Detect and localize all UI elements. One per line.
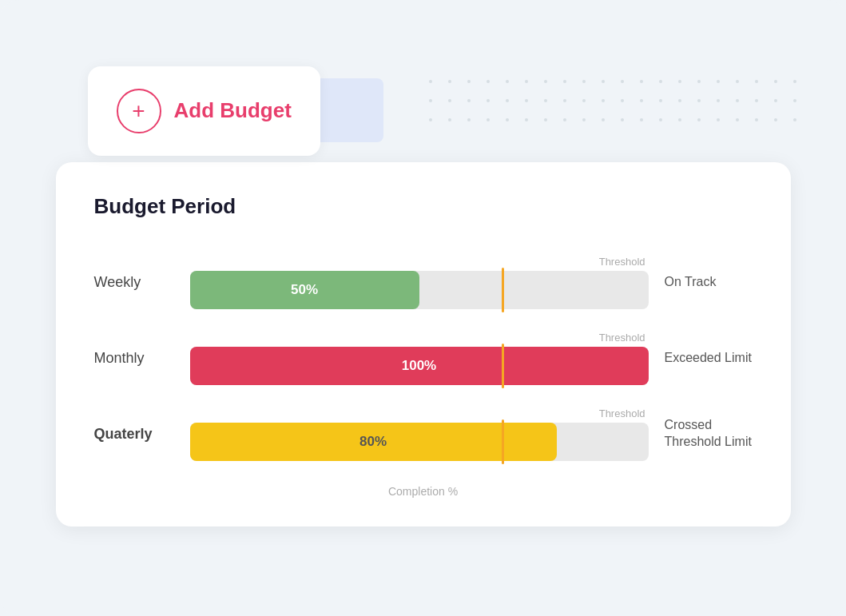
dot [736,99,739,102]
dot [429,80,432,83]
threshold-label-monthly: Threshold [190,332,649,344]
dot [774,118,777,121]
threshold-marker-weekly [502,268,504,312]
card-title: Budget Period [94,194,753,219]
budget-row-weekly[interactable]: WeeklyThreshold50%On Track [94,244,753,320]
dot [659,99,662,102]
dot [544,118,547,121]
dot [525,99,528,102]
dot [640,99,643,102]
dot [678,80,681,83]
budget-rows: WeeklyThreshold50%On TrackMonthlyThresho… [94,244,753,472]
dot [448,118,451,121]
add-budget-card[interactable]: + Add Budget [88,66,320,156]
dot [582,80,586,83]
dot [448,80,451,83]
add-budget-icon: + [117,89,161,133]
dot [582,99,586,102]
dot [774,99,777,102]
dot [563,118,566,121]
dot [525,118,528,121]
bar-track-weekly: 50% [190,271,649,309]
content-area: + Add Budget Budget Period WeeklyThresho… [56,90,791,527]
row-label-monthly: Monthly [94,350,174,367]
dot [697,80,701,83]
dot [793,118,796,121]
dot [678,99,681,102]
dot [544,99,547,102]
dot [487,99,490,102]
dot [467,99,471,102]
bar-section-weekly: Threshold50% [190,256,649,309]
bar-section-monthly: Threshold100% [190,332,649,385]
threshold-label-quarterly: Threshold [190,407,649,419]
dot [544,80,547,83]
dot [717,118,720,121]
dot [755,80,758,83]
bar-section-quarterly: Threshold80% [190,407,649,461]
dot [621,80,624,83]
dot [736,118,739,121]
dot [640,80,643,83]
dot-grid-decoration [423,74,791,154]
budget-period-card: Budget Period WeeklyThreshold50%On Track… [56,162,791,527]
dot [506,80,509,83]
budget-row-monthly[interactable]: MonthlyThreshold100%Exceeded Limit [94,320,753,396]
row-status-monthly: Exceeded Limit [665,350,753,367]
dot [793,80,796,83]
dot [659,80,662,83]
dot [678,118,681,121]
dot [448,99,451,102]
dot [506,118,509,121]
dot [602,80,605,83]
dot [487,118,490,121]
bar-fill-weekly: 50% [190,271,419,309]
row-label-quarterly: Quaterly [94,426,174,443]
dot [602,118,605,121]
dot [774,80,777,83]
add-budget-label: Add Budget [174,98,292,123]
dot [506,99,509,102]
dot [621,118,624,121]
bar-fill-monthly: 100% [190,347,649,385]
dot [621,99,624,102]
dot [429,118,432,121]
row-status-weekly: On Track [665,274,753,291]
dot [697,118,701,121]
dot [467,80,471,83]
dot [717,80,720,83]
row-label-weekly: Weekly [94,274,174,291]
threshold-label-weekly: Threshold [190,256,649,268]
dot [793,99,796,102]
bar-track-quarterly: 80% [190,423,649,461]
dot [429,99,432,102]
dot [736,80,739,83]
dot [755,118,758,121]
dot [602,99,605,102]
budget-row-quarterly[interactable]: QuaterlyThreshold80%Crossed Threshold Li… [94,396,753,472]
dot [467,118,471,121]
dot [487,80,490,83]
completion-label: Completion % [94,485,753,498]
bar-track-monthly: 100% [190,347,649,385]
dot [525,80,528,83]
threshold-marker-monthly [502,344,504,388]
page-wrapper: + Add Budget Budget Period WeeklyThresho… [0,0,846,616]
dot [755,99,758,102]
threshold-marker-quarterly [502,419,504,464]
dot [582,118,586,121]
dot [640,118,643,121]
dot [717,99,720,102]
dot [697,99,701,102]
dot [563,99,566,102]
dot [659,118,662,121]
row-status-quarterly: Crossed Threshold Limit [665,417,753,451]
dot [563,80,566,83]
